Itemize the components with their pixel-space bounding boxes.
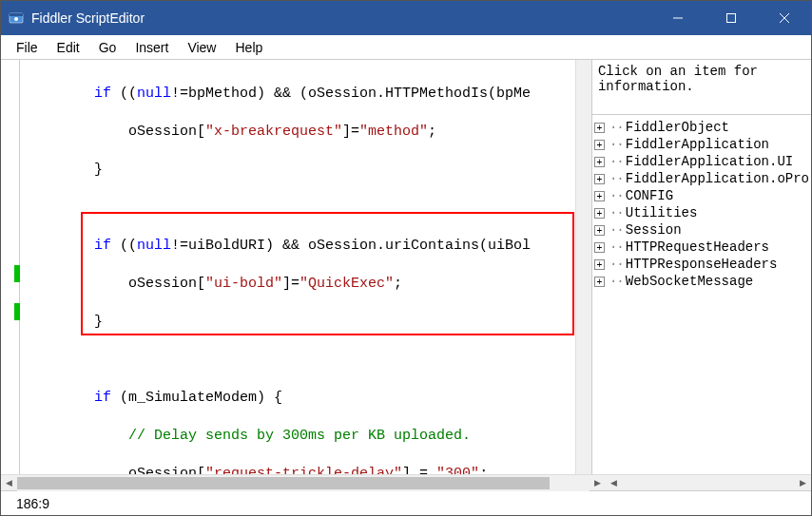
tree-horizontal-scrollbar[interactable]: ◀ ▶ (606, 475, 811, 490)
expand-icon[interactable]: + (594, 123, 605, 133)
tree-node[interactable]: +··FiddlerApplication.oPro (594, 170, 809, 187)
code-line: if ((null!=bpMethod) && (oSession.HTTPMe… (26, 85, 575, 104)
expand-icon[interactable]: + (594, 242, 605, 253)
code-line: if (m_SimulateModem) { (26, 389, 575, 408)
code-line: oSession["x-breakrequest"]="method"; (26, 123, 575, 142)
scroll-right-icon[interactable]: ▶ (590, 475, 606, 491)
cursor-position: 186:9 (16, 496, 49, 511)
tree-label: WebSocketMessage (626, 273, 753, 290)
tree-node[interactable]: +··Utilities (594, 204, 809, 221)
scroll-left-icon[interactable]: ◀ (606, 475, 622, 491)
code-line: oSession["ui-bold"]="QuickExec"; (26, 275, 575, 294)
tree-node[interactable]: +··FiddlerObject (594, 119, 809, 136)
expand-icon[interactable]: + (594, 208, 605, 219)
menu-help[interactable]: Help (225, 38, 272, 57)
tree-label: HTTPResponseHeaders (626, 256, 778, 273)
window-title: Fiddler ScriptEditor (31, 10, 651, 26)
tree-node[interactable]: +··FiddlerApplication (594, 136, 809, 153)
maximize-button[interactable] (705, 1, 758, 35)
tree-node[interactable]: +··Session (594, 221, 809, 239)
info-panel: Click on an item for information. (592, 60, 811, 115)
tree-node[interactable]: +··CONFIG (594, 187, 809, 204)
code-line: oSession["request-trickle-delay"] = "300… (26, 465, 575, 474)
scrollbar-track[interactable] (622, 475, 795, 491)
editor-pane: if ((null!=bpMethod) && (oSession.HTTPMe… (1, 60, 592, 474)
statusbar: 186:9 (1, 490, 811, 515)
code-line: // Delay sends by 300ms per KB uploaded. (26, 427, 575, 446)
tree-label: HTTPRequestHeaders (626, 239, 769, 256)
main-area: if ((null!=bpMethod) && (oSession.HTTPMe… (1, 60, 811, 474)
code-line (26, 199, 575, 218)
menu-edit[interactable]: Edit (48, 38, 89, 57)
close-button[interactable] (758, 1, 811, 35)
tree-label: Utilities (626, 204, 698, 221)
expand-icon[interactable]: + (594, 191, 605, 201)
menubar: File Edit Go Insert View Help (1, 35, 811, 60)
tree-label: FiddlerApplication (626, 136, 769, 153)
tree-label: Session (626, 221, 682, 239)
menu-view[interactable]: View (178, 38, 225, 57)
menu-file[interactable]: File (7, 38, 48, 57)
expand-icon[interactable]: + (594, 140, 605, 150)
svg-rect-1 (10, 13, 23, 16)
tree-node[interactable]: +··HTTPRequestHeaders (594, 239, 809, 256)
titlebar: Fiddler ScriptEditor (1, 1, 811, 35)
expand-icon[interactable]: + (594, 174, 605, 184)
hscroll-row: ◀ ▶ ◀ ▶ (1, 474, 811, 490)
scroll-right-icon[interactable]: ▶ (795, 475, 811, 491)
tree-node[interactable]: +··FiddlerApplication.UI (594, 153, 809, 170)
menu-insert[interactable]: Insert (126, 38, 178, 57)
code-editor[interactable]: if ((null!=bpMethod) && (oSession.HTTPMe… (20, 60, 575, 474)
tree-label: CONFIG (626, 187, 673, 204)
app-icon (9, 10, 24, 26)
menu-go[interactable]: Go (89, 38, 126, 57)
editor-wrap: if ((null!=bpMethod) && (oSession.HTTPMe… (1, 60, 591, 474)
scrollbar-thumb[interactable] (17, 477, 550, 489)
code-line: if ((null!=uiBoldURI) && oSession.uriCon… (26, 237, 575, 256)
tree-label: FiddlerApplication.oPro (626, 170, 809, 187)
tree-label: FiddlerApplication.UI (626, 153, 793, 170)
vertical-scrollbar[interactable] (575, 60, 591, 474)
editor-horizontal-scrollbar[interactable]: ◀ ▶ (1, 475, 606, 490)
editor-gutter (1, 60, 20, 474)
window-controls (651, 1, 811, 35)
code-line: } (26, 161, 575, 180)
code-line: } (26, 313, 575, 332)
svg-point-2 (14, 17, 18, 21)
expand-icon[interactable]: + (594, 225, 605, 236)
scroll-left-icon[interactable]: ◀ (1, 475, 17, 491)
expand-icon[interactable]: + (594, 277, 605, 287)
tree-node[interactable]: +··WebSocketMessage (594, 273, 809, 290)
tree-node[interactable]: +··HTTPResponseHeaders (594, 256, 809, 273)
expand-icon[interactable]: + (594, 259, 605, 270)
expand-icon[interactable]: + (594, 157, 605, 167)
svg-rect-4 (727, 14, 736, 23)
scrollbar-track[interactable] (17, 475, 590, 491)
class-tree[interactable]: +··FiddlerObject +··FiddlerApplication +… (592, 115, 811, 474)
tree-label: FiddlerObject (626, 119, 729, 136)
right-pane: Click on an item for information. +··Fid… (592, 60, 811, 474)
code-line (26, 351, 575, 370)
minimize-button[interactable] (651, 1, 705, 35)
